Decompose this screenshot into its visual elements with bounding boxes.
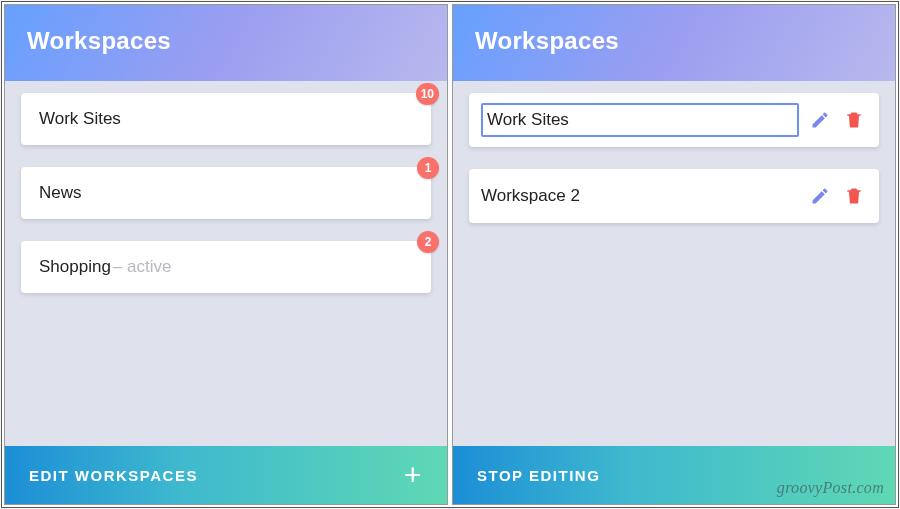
workspace-name-input[interactable] bbox=[487, 110, 793, 130]
workspace-name-input-wrap bbox=[481, 103, 799, 137]
workspace-edit-item bbox=[469, 93, 879, 147]
tab-count-badge: 2 bbox=[417, 231, 439, 253]
tab-count-badge: 1 bbox=[417, 157, 439, 179]
screenshot-container: Workspaces Work Sites 10 News 1 Shopping… bbox=[1, 1, 899, 508]
footer-label: EDIT WORKSPACES bbox=[29, 467, 198, 484]
panel-view-mode: Workspaces Work Sites 10 News 1 Shopping… bbox=[4, 4, 448, 505]
edit-workspaces-button[interactable]: EDIT WORKSPACES + bbox=[5, 446, 447, 504]
workspace-item[interactable]: Work Sites 10 bbox=[21, 93, 431, 145]
workspace-edit-item bbox=[469, 169, 879, 223]
panel-edit-mode: Workspaces bbox=[452, 4, 896, 505]
header-title: Workspaces bbox=[5, 5, 447, 81]
footer-label: STOP EDITING bbox=[477, 467, 600, 484]
trash-icon[interactable] bbox=[841, 107, 867, 133]
workspace-item[interactable]: Shopping – active 2 bbox=[21, 241, 431, 293]
workspace-name: Work Sites bbox=[39, 109, 121, 129]
workspace-list: Work Sites 10 News 1 Shopping – active 2 bbox=[5, 81, 447, 446]
pencil-icon[interactable] bbox=[807, 183, 833, 209]
stop-editing-button[interactable]: STOP EDITING bbox=[453, 446, 895, 504]
workspace-name: News bbox=[39, 183, 82, 203]
workspace-item[interactable]: News 1 bbox=[21, 167, 431, 219]
workspace-name: Shopping bbox=[39, 257, 111, 277]
plus-icon[interactable]: + bbox=[404, 460, 423, 490]
workspace-name-input[interactable] bbox=[481, 186, 799, 206]
pencil-icon[interactable] bbox=[807, 107, 833, 133]
header-title: Workspaces bbox=[453, 5, 895, 81]
workspace-edit-list bbox=[453, 81, 895, 446]
trash-icon[interactable] bbox=[841, 183, 867, 209]
tab-count-badge: 10 bbox=[416, 83, 439, 105]
workspace-name-input-wrap bbox=[481, 179, 799, 213]
active-label: – active bbox=[113, 257, 172, 277]
